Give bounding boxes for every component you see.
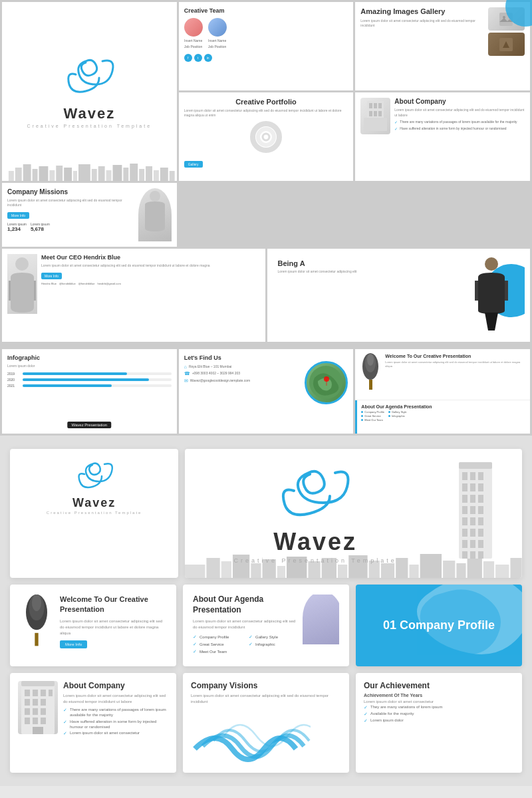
welcome-body: Lorem ipsum dolor sit amet consectetur a… <box>385 360 526 368</box>
svg-rect-118 <box>33 727 43 734</box>
bottom-strip-grid: Infographic Lorem ipsum dolor 2019 2020 … <box>0 349 532 436</box>
check-text-large-3: Lorem ipsum dolor sit amet consectetur <box>70 731 140 736</box>
svg-rect-24 <box>139 169 144 181</box>
large-section: Wavez Creative Presentation Template Wav… <box>0 436 532 786</box>
bar-row-2: 2020 <box>7 378 172 382</box>
welcome-mini: Welcome To Our Creative Presentation Lor… <box>355 349 530 400</box>
agenda-item-1: Company Profile <box>361 410 384 414</box>
about-large-check-3: ✓ Lorem ipsum dolor sit amet consectetur <box>63 731 168 736</box>
svg-rect-59 <box>470 495 475 503</box>
svg-rect-58 <box>462 495 467 503</box>
svg-rect-99 <box>35 633 38 646</box>
portfolio-btn[interactable]: Gallery <box>184 161 203 168</box>
slide-meet-ceo: Meet Our CEO Hendrix Blue Lorem ipsum do… <box>2 249 265 342</box>
large-slide-about-company: About Company Lorem ipsum dolor sit amet… <box>10 673 176 773</box>
agenda-col-right: ✓ Gallery Style ✓ Infographic <box>249 634 299 656</box>
wavez-presentation-badge: Wavez Presentation <box>68 422 111 428</box>
svg-rect-66 <box>478 517 483 525</box>
agenda-mini: About Our Agenda Presentation Company Pr… <box>355 400 530 434</box>
svg-rect-71 <box>470 540 475 548</box>
svg-rect-18 <box>92 169 97 181</box>
ceo-row: Meet Our CEO Hendrix Blue Lorem ipsum do… <box>0 249 532 344</box>
slide-wavez-main: Wavez Creative Presentation Template <box>2 2 177 181</box>
welcome-large-text: Welcome To Our Creative Presentation Lor… <box>60 595 166 648</box>
agenda-large-item-text-5: Infographic <box>255 642 275 646</box>
svg-rect-56 <box>470 483 475 491</box>
about-large-text: About Company Lorem ipsum dolor sit amet… <box>63 681 168 765</box>
check-text-1: There are many variations of passages of… <box>400 120 517 124</box>
check-text-2: Have suffered alteration in some form by… <box>400 126 506 131</box>
svg-rect-22 <box>123 168 128 181</box>
wave-logo <box>63 55 116 101</box>
svg-rect-82 <box>277 566 285 578</box>
svg-rect-14 <box>56 166 63 181</box>
phone-text: +098 3003 4002 – 3029 994 203 <box>192 371 240 376</box>
ceo-social: Hendrix Blue @hendrikblue @hendrikblue h… <box>41 282 260 285</box>
contact-phone: ☎ +098 3003 4002 – 3029 994 203 <box>184 371 301 376</box>
svg-point-6 <box>258 129 274 145</box>
svg-rect-34 <box>374 111 377 116</box>
svg-rect-64 <box>462 517 467 525</box>
agenda-large-item-text-4: Gallery Style <box>255 635 278 639</box>
about-large-image-side <box>18 681 58 765</box>
check-icon-ach-1: ✓ <box>364 705 368 710</box>
member1-role: Job Position <box>184 45 203 49</box>
svg-rect-72 <box>478 540 483 548</box>
svg-rect-33 <box>369 111 372 116</box>
welcome-large-btn[interactable]: More Info <box>60 640 87 648</box>
wavez-logo-small-svg <box>74 459 114 492</box>
welcome-title: Welcome To Our Creative Presentation <box>385 353 526 359</box>
bar-label-2: 2020 <box>7 378 21 382</box>
agenda-large-content: About Our Agenda Presentation Lorem ipsu… <box>193 595 339 656</box>
building-area <box>449 462 502 565</box>
large-brand-name-small: Wavez <box>20 496 168 510</box>
gallery-image-2 <box>488 33 525 56</box>
svg-rect-60 <box>478 495 483 503</box>
check-text-ach-1: They are many variations of lorem ipsum <box>370 705 442 710</box>
check-text-large-2: Have suffered alteration in some form by… <box>70 720 168 730</box>
find-us-title: Let's Find Us <box>184 354 301 361</box>
svg-rect-54 <box>478 472 483 480</box>
infographic-body: Lorem ipsum dolor <box>7 364 172 368</box>
being-a-title: Being A <box>278 259 464 267</box>
agenda-large-item-5: ✓ Infographic <box>249 642 299 647</box>
creative-team-title: Creative Team <box>184 7 348 14</box>
email-text: Wavez@googlecooldesign.template.com <box>190 378 251 383</box>
missions-text: Company Missions Lorem ipsum dolor sit a… <box>7 188 136 241</box>
svg-rect-53 <box>470 472 475 480</box>
wavez-main-content: Wavez Creative Presentation Template <box>27 55 152 128</box>
svg-rect-12 <box>39 166 49 181</box>
check-icon-ach-3: ✓ <box>364 718 368 724</box>
welcome-tree-area <box>359 353 382 396</box>
ceo-btn[interactable]: More Info <box>41 273 62 279</box>
svg-rect-116 <box>33 718 38 724</box>
about-check-1: ✓ There are many variations of passages … <box>394 120 525 124</box>
home-icon: ⌂ <box>184 364 187 369</box>
stat-2: Lorem ipsum5,678 <box>31 222 50 232</box>
svg-rect-115 <box>25 718 30 724</box>
address-text: Roya Elit Blue – 101 Mumbai <box>189 364 231 369</box>
ceo-social-3: @hendrikblue <box>78 282 95 285</box>
visions-title: Company Visions <box>191 681 341 690</box>
visions-wave <box>191 709 341 765</box>
svg-rect-10 <box>23 164 31 181</box>
slide-about-company: About Company Lorem ipsum dolor sit amet… <box>355 92 530 181</box>
missions-btn[interactable]: More Info <box>7 212 29 219</box>
large-row-2: Welcome To Our Creative Presentation Lor… <box>10 585 522 666</box>
svg-rect-104 <box>21 681 55 686</box>
bullet-4 <box>388 411 390 413</box>
welcome-text: Welcome To Our Creative Presentation Lor… <box>385 353 526 396</box>
large-slide-agenda: About Our Agenda Presentation Lorem ipsu… <box>183 585 349 666</box>
check-icon-large-2: ✓ <box>63 720 67 730</box>
ceo-body: Lorem ipsum dolor sit amet consectetur a… <box>41 263 260 268</box>
svg-rect-105 <box>25 690 30 696</box>
achievement-check-2: ✓ Available for the majority <box>364 712 514 717</box>
stat-1: Lorem ipsum1,234 <box>7 222 27 232</box>
svg-rect-11 <box>33 169 38 181</box>
gallery-title: Amazing Images Gallery <box>360 7 484 16</box>
missions-image <box>138 188 172 241</box>
svg-rect-25 <box>146 166 152 181</box>
svg-rect-86 <box>338 565 347 578</box>
agenda-item-text-1: Company Profile <box>364 410 384 414</box>
slide-being-a: Being A Lorem ipsum dolor sit amet conse… <box>267 249 531 342</box>
